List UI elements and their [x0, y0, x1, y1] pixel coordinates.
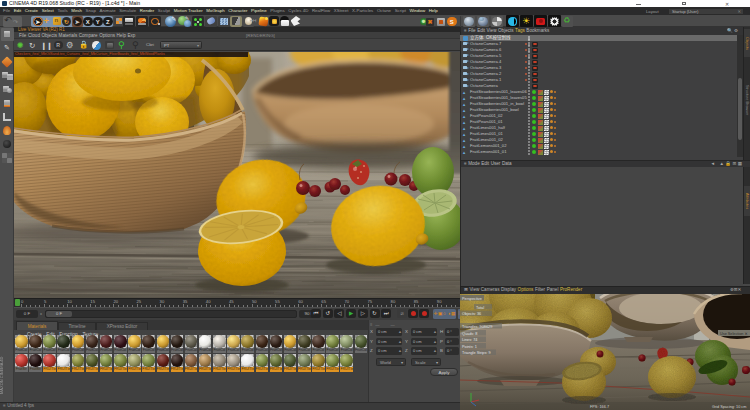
svg-text:Total: Total	[476, 305, 484, 309]
svg-text:Quads: 8: Quads: 8	[462, 331, 477, 335]
svg-text:Points: 1: Points: 1	[462, 344, 477, 348]
svg-text:Triangles: 908629: Triangles: 908629	[462, 324, 492, 328]
svg-text:Lines: 74: Lines: 74	[462, 338, 477, 342]
svg-text:Grid Spacing: 10 cm: Grid Spacing: 10 cm	[712, 405, 746, 409]
svg-text:FPS: 166.7: FPS: 166.7	[590, 405, 609, 409]
svg-text:Perspective: Perspective	[462, 296, 482, 300]
svg-text:Objects: 36: Objects: 36	[462, 312, 481, 316]
svg-text:Use Selection ✕: Use Selection ✕	[720, 331, 748, 335]
svg-text:Triangle Strips: 9: Triangle Strips: 9	[462, 351, 491, 355]
